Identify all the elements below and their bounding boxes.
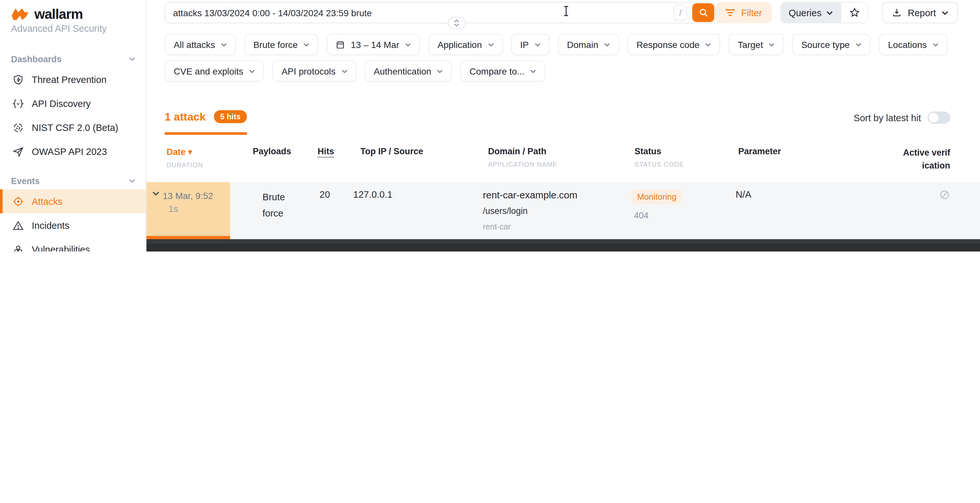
wallarm-logo-icon: [11, 7, 29, 21]
horizontal-scrollbar[interactable]: [146, 239, 980, 244]
topbar: attacks 13/03/2024 0:00 - 14/03/2024 23:…: [146, 0, 980, 29]
attack-status-code: 404: [632, 210, 736, 220]
attack-hits: 20: [311, 182, 353, 239]
chevron-down-icon: [129, 179, 135, 183]
chip-compare-to[interactable]: Compare to...: [460, 60, 546, 82]
sidebar-item-nist-csf[interactable]: NIST CSF 2.0 (Beta): [0, 115, 146, 139]
text-cursor-icon: [563, 6, 569, 19]
sidebar-section-dashboards: Dashboards Threat Prevention API Discove…: [0, 51, 146, 163]
column-header-date[interactable]: Date ▾ DURATION: [146, 146, 230, 173]
attack-status-cell: Monitoring 404: [632, 182, 736, 239]
chevron-down-icon: [341, 69, 347, 73]
report-button[interactable]: Report: [883, 2, 958, 23]
braces-icon: [12, 97, 24, 109]
chip-api-protocols[interactable]: API protocols: [272, 60, 356, 82]
sidebar-item-threat-prevention[interactable]: Threat Prevention: [0, 67, 146, 91]
sidebar-item-owasp-api[interactable]: OWASP API 2023: [0, 139, 146, 163]
chevron-down-icon: [488, 43, 493, 46]
chip-target[interactable]: Target: [729, 34, 784, 55]
column-header-parameter[interactable]: Parameter: [736, 146, 839, 173]
chip-all-attacks[interactable]: All attacks: [165, 34, 236, 55]
sidebar-item-label: Attacks: [32, 196, 62, 207]
slash-shortcut-badge: /: [674, 5, 687, 21]
chip-brute-force[interactable]: Brute force: [244, 34, 318, 55]
column-header-payloads[interactable]: Payloads: [230, 146, 311, 173]
chevron-down-icon: [942, 11, 948, 14]
chevron-down-icon: [827, 11, 833, 14]
sidebar-item-vulnerabilities[interactable]: Vulnerabilities: [0, 237, 146, 252]
chip-domain[interactable]: Domain: [558, 34, 619, 55]
chevron-down-icon: [769, 43, 775, 46]
sidebar-section-events: Events Attacks Incidents Vulnerabilities: [0, 172, 146, 252]
chevron-down-icon: [530, 69, 536, 73]
logo-block[interactable]: wallarm Advanced API Security: [0, 0, 146, 41]
chevron-down-icon: [221, 43, 227, 46]
column-header-domain[interactable]: Domain / Path APPLICATION NAME: [483, 146, 632, 173]
download-icon: [892, 8, 902, 18]
sidebar-item-label: Incidents: [32, 220, 69, 231]
column-subheader-application-name: APPLICATION NAME: [488, 161, 632, 168]
report-button-label: Report: [908, 8, 936, 18]
chip-cve-and-exploits[interactable]: CVE and exploits: [165, 60, 264, 82]
section-header-events[interactable]: Events: [0, 172, 146, 189]
favorite-query-button[interactable]: [842, 2, 869, 23]
queries-group: Queries: [780, 2, 869, 23]
sort-toggle[interactable]: [928, 111, 950, 124]
sidebar-item-label: NIST CSF 2.0 (Beta): [32, 122, 118, 132]
search-input[interactable]: attacks 13/03/2024 0:00 - 14/03/2024 23:…: [165, 2, 716, 23]
chevron-down-icon: [604, 43, 610, 46]
chevron-down-icon: [705, 43, 711, 46]
column-header-active-verification[interactable]: Active verification: [839, 146, 980, 173]
filter-icon: [725, 8, 735, 17]
section-header-dashboards[interactable]: Dashboards: [0, 51, 146, 67]
column-header-top-ip[interactable]: Top IP / Source: [353, 146, 483, 173]
chip-application[interactable]: Application: [428, 34, 503, 55]
chevron-down-icon: [535, 43, 541, 46]
attack-count-tab[interactable]: 1 attack 5 hits: [165, 110, 247, 135]
search-button[interactable]: [692, 3, 714, 22]
attack-row-date-cell[interactable]: 13 Mar, 9:52 1s: [146, 182, 230, 239]
column-header-status[interactable]: Status STATUS CODE: [632, 146, 736, 173]
chip-date-range[interactable]: 13 – 14 Mar: [327, 34, 420, 55]
chip-response-code[interactable]: Response code: [627, 34, 721, 55]
attacks-table-header: Date ▾ DURATION Payloads Hits Top IP / S…: [146, 146, 980, 173]
sidebar: wallarm Advanced API Security Dashboards…: [0, 0, 146, 252]
chevron-down-icon: [856, 43, 861, 46]
chip-ip[interactable]: IP: [511, 34, 549, 55]
search-expand-handle[interactable]: [448, 17, 465, 29]
chip-source-type[interactable]: Source type: [792, 34, 870, 55]
attack-row[interactable]: 13 Mar, 9:52 1s Brute force 20 127.0.0.1…: [146, 182, 980, 239]
chip-locations[interactable]: Locations: [879, 34, 948, 55]
topbar-actions: Filter Queries Report: [716, 2, 958, 23]
chip-authentication[interactable]: Authentication: [364, 60, 452, 82]
filter-button-label: Filter: [741, 8, 762, 18]
column-header-hits[interactable]: Hits: [311, 146, 353, 173]
sidebar-item-incidents[interactable]: Incidents: [0, 213, 146, 237]
segmented-circle-icon: [12, 121, 24, 133]
attack-duration: 1s: [163, 202, 213, 215]
chevron-down-icon: [933, 43, 939, 46]
chevron-down-icon: [304, 43, 310, 46]
column-subheader-duration: DURATION: [167, 161, 230, 169]
sidebar-item-label: API Discovery: [32, 98, 91, 108]
attack-parameter: N/A: [736, 182, 839, 239]
sidebar-item-api-discovery[interactable]: API Discovery: [0, 91, 146, 115]
sidebar-item-label: Threat Prevention: [32, 74, 107, 84]
paper-plane-icon: [12, 145, 24, 157]
calendar-icon: [336, 40, 345, 49]
target-icon: [12, 196, 24, 207]
star-icon: [850, 7, 861, 18]
brand-name: wallarm: [34, 6, 83, 22]
filter-button[interactable]: Filter: [716, 2, 772, 23]
results-summary-row: 1 attack 5 hits Sort by latest hit: [146, 110, 980, 135]
main-content: attacks 13/03/2024 0:00 - 14/03/2024 23:…: [146, 0, 980, 252]
sidebar-item-label: Vulnerabilities: [32, 244, 90, 252]
queries-button[interactable]: Queries: [780, 2, 842, 23]
hits-detail-panel: 5 requests Trigger: MB BF-Test 13 Mar, 9…: [146, 239, 980, 252]
circle-slash-icon[interactable]: [939, 189, 950, 200]
attack-domain-cell: rent-car-example.com /users/login rent-c…: [483, 182, 632, 239]
queries-button-label: Queries: [789, 8, 821, 18]
chevron-down-icon: [405, 43, 411, 46]
attack-top-ip: 127.0.0.1: [353, 182, 483, 239]
sidebar-item-attacks[interactable]: Attacks: [0, 189, 146, 213]
